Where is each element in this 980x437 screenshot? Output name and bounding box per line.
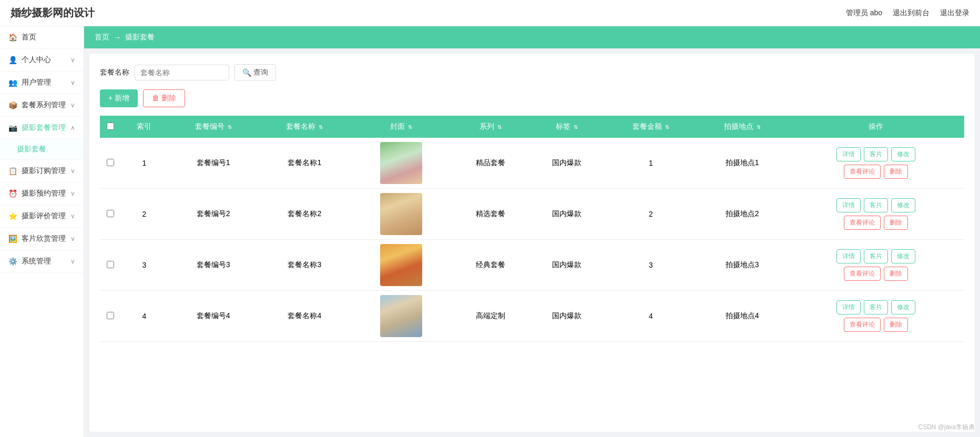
th-operation: 操作 bbox=[788, 116, 964, 138]
row-cover bbox=[350, 240, 452, 291]
delete-button[interactable]: 删除 bbox=[884, 267, 908, 281]
row-location: 拍摄地点2 bbox=[697, 189, 788, 240]
sidebar-item-sample[interactable]: 🖼️ 客片欣赏管理 ∨ bbox=[0, 228, 84, 250]
th-series: 系列 ⇅ bbox=[452, 116, 529, 138]
search-icon: 🔍 bbox=[242, 68, 251, 77]
data-table: 索引 套餐编号 ⇅ 套餐名称 ⇅ 封面 ⇅ 系列 ⇅ 标签 ⇅ 套餐金额 ⇅ 拍… bbox=[100, 116, 964, 342]
sidebar-item-personal[interactable]: 👤 个人中心 ∨ bbox=[0, 49, 84, 72]
sidebar-label-package-series: 套餐系列管理 bbox=[22, 100, 66, 110]
sort-name-icon: ⇅ bbox=[319, 124, 323, 130]
edit-button[interactable]: 修改 bbox=[891, 198, 915, 212]
arrow-icon-order: ∨ bbox=[70, 167, 75, 175]
user-label: 管理员 abo bbox=[846, 8, 882, 18]
page-content: 套餐名称 🔍 查询 + 新增 🗑 删除 bbox=[89, 54, 975, 432]
cover-image bbox=[380, 244, 422, 286]
row-operations: 详情 客片 修改 查看评论 删除 bbox=[788, 240, 964, 291]
sort-price-icon: ⇅ bbox=[665, 124, 669, 130]
table-row: 4 套餐编号4 套餐名称4 高端定制 国内爆款 4 拍摄地点4 详情 客片 修改… bbox=[100, 291, 964, 342]
sidebar-item-system[interactable]: ⚙️ 系统管理 ∨ bbox=[0, 250, 84, 273]
sidebar-label-user-mgmt: 用户管理 bbox=[22, 78, 51, 87]
view-comments-button[interactable]: 查看评论 bbox=[844, 318, 881, 332]
row-checkbox-cell bbox=[100, 189, 121, 240]
row-price: 4 bbox=[605, 291, 697, 342]
search-label: 套餐名称 bbox=[100, 68, 129, 77]
th-checkbox bbox=[100, 116, 121, 138]
site-title: 婚纱摄影网的设计 bbox=[11, 6, 95, 20]
select-all-checkbox[interactable] bbox=[107, 123, 114, 130]
search-button-label: 查询 bbox=[253, 68, 268, 77]
sidebar-item-photo-package-sub[interactable]: 摄影套餐 bbox=[0, 139, 84, 160]
batch-delete-button[interactable]: 🗑 删除 bbox=[143, 89, 185, 107]
edit-button[interactable]: 修改 bbox=[891, 147, 915, 161]
sort-tag-icon: ⇅ bbox=[574, 124, 578, 130]
detail-button[interactable]: 详情 bbox=[836, 147, 861, 161]
row-name: 套餐名称3 bbox=[259, 240, 351, 291]
sample-button[interactable]: 客片 bbox=[864, 147, 888, 161]
content-area: 首页 → 摄影套餐 套餐名称 🔍 查询 + 新增 🗑 删除 bbox=[84, 26, 980, 437]
detail-button[interactable]: 详情 bbox=[836, 198, 861, 212]
row-checkbox[interactable] bbox=[107, 159, 114, 166]
sidebar-label-photo-package: 摄影套餐管理 bbox=[22, 123, 66, 133]
arrow-icon-system: ∨ bbox=[70, 258, 75, 265]
sidebar-item-user-mgmt[interactable]: 👥 用户管理 ∨ bbox=[0, 72, 84, 94]
row-checkbox-cell bbox=[100, 240, 121, 291]
sidebar-label-home: 首页 bbox=[22, 33, 36, 42]
op-buttons: 详情 客片 修改 查看评论 删除 bbox=[792, 249, 960, 281]
view-comments-button[interactable]: 查看评论 bbox=[844, 216, 881, 230]
sidebar-sub-label: 摄影套餐 bbox=[17, 145, 46, 153]
detail-button[interactable]: 详情 bbox=[836, 249, 861, 263]
arrow-icon-personal: ∨ bbox=[70, 56, 75, 64]
watermark: CSDN @java李杨勇 bbox=[918, 423, 975, 432]
row-tag: 国内爆款 bbox=[529, 291, 606, 342]
gear-icon: ⚙️ bbox=[8, 257, 17, 266]
cover-image bbox=[380, 295, 422, 337]
delete-button[interactable]: 删除 bbox=[884, 318, 908, 332]
row-name: 套餐名称1 bbox=[259, 138, 351, 189]
th-tag: 标签 ⇅ bbox=[529, 116, 606, 138]
view-comments-button[interactable]: 查看评论 bbox=[844, 165, 881, 179]
front-link[interactable]: 退出到前台 bbox=[893, 8, 930, 18]
detail-button[interactable]: 详情 bbox=[836, 300, 861, 314]
sidebar-item-photo-package[interactable]: 📷 摄影套餐管理 ∧ bbox=[0, 117, 84, 139]
delete-button[interactable]: 删除 bbox=[884, 216, 908, 230]
row-cover bbox=[350, 189, 452, 240]
clock-icon: ⏰ bbox=[8, 189, 17, 198]
edit-button[interactable]: 修改 bbox=[891, 300, 915, 314]
row-operations: 详情 客片 修改 查看评论 删除 bbox=[788, 189, 964, 240]
sample-button[interactable]: 客片 bbox=[864, 300, 888, 314]
row-index: 3 bbox=[121, 240, 168, 291]
sample-button[interactable]: 客片 bbox=[864, 249, 888, 263]
sidebar: 🏠 首页 👤 个人中心 ∨ 👥 用户管理 ∨ 📦 套餐系列管理 ∨ bbox=[0, 26, 84, 437]
row-checkbox[interactable] bbox=[107, 261, 114, 268]
sidebar-item-order-mgmt[interactable]: 📋 摄影订购管理 ∨ bbox=[0, 160, 84, 182]
sidebar-item-review[interactable]: ⭐ 摄影评价管理 ∨ bbox=[0, 205, 84, 228]
search-button[interactable]: 🔍 查询 bbox=[234, 64, 276, 81]
sidebar-label-system: 系统管理 bbox=[22, 257, 51, 266]
row-index: 4 bbox=[121, 291, 168, 342]
sort-code-icon: ⇅ bbox=[228, 124, 232, 130]
sidebar-label-review: 摄影评价管理 bbox=[22, 211, 66, 221]
op-buttons: 详情 客片 修改 查看评论 删除 bbox=[792, 300, 960, 332]
row-checkbox-cell bbox=[100, 138, 121, 189]
edit-button[interactable]: 修改 bbox=[891, 249, 915, 263]
row-checkbox[interactable] bbox=[107, 312, 114, 319]
add-button[interactable]: + 新增 bbox=[100, 89, 138, 107]
delete-button[interactable]: 删除 bbox=[884, 165, 908, 179]
breadcrumb-home[interactable]: 首页 bbox=[95, 33, 109, 42]
sidebar-item-appointment[interactable]: ⏰ 摄影预约管理 ∨ bbox=[0, 182, 84, 205]
sample-button[interactable]: 客片 bbox=[864, 198, 888, 212]
view-comments-button[interactable]: 查看评论 bbox=[844, 267, 881, 281]
op-row-2: 查看评论 删除 bbox=[844, 216, 908, 230]
row-cover bbox=[350, 291, 452, 342]
sidebar-item-home[interactable]: 🏠 首页 bbox=[0, 26, 84, 49]
sidebar-item-package-series[interactable]: 📦 套餐系列管理 ∨ bbox=[0, 94, 84, 117]
header-right: 管理员 abo 退出到前台 退出登录 bbox=[846, 8, 969, 18]
search-input[interactable] bbox=[135, 65, 229, 80]
row-price: 3 bbox=[605, 240, 697, 291]
arrow-icon-appt: ∨ bbox=[70, 190, 75, 197]
row-operations: 详情 客片 修改 查看评论 删除 bbox=[788, 291, 964, 342]
row-checkbox[interactable] bbox=[107, 210, 114, 217]
row-price: 1 bbox=[605, 138, 697, 189]
op-row-1: 详情 客片 修改 bbox=[836, 147, 915, 161]
logout-link[interactable]: 退出登录 bbox=[940, 8, 969, 18]
